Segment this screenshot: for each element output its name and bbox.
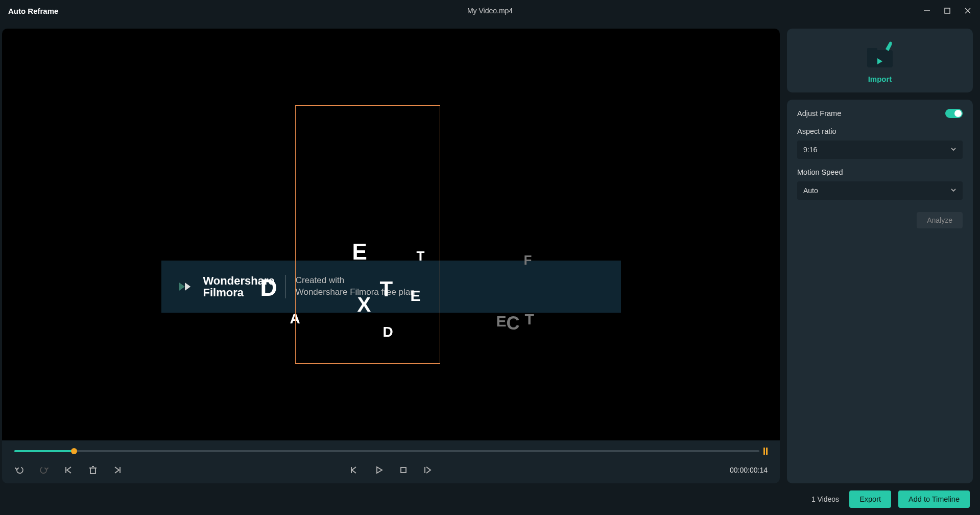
next-frame-button[interactable] bbox=[423, 465, 433, 475]
floating-letter: C bbox=[507, 313, 520, 334]
motion-speed-group: Motion Speed Auto bbox=[797, 168, 963, 200]
svg-rect-7 bbox=[90, 468, 95, 474]
timeline-row bbox=[2, 440, 780, 455]
prev-frame-button[interactable] bbox=[349, 465, 360, 475]
window-controls bbox=[923, 7, 972, 15]
aspect-ratio-label: Aspect ratio bbox=[797, 127, 963, 135]
app-title: Auto Reframe bbox=[8, 7, 58, 15]
chevron-down-icon bbox=[950, 186, 957, 195]
adjust-frame-label: Adjust Frame bbox=[797, 109, 841, 118]
edit-controls bbox=[14, 465, 123, 475]
import-button[interactable]: Import bbox=[787, 29, 973, 92]
preview-panel: Wondershare Filmora Created with Wonders… bbox=[2, 29, 780, 483]
minimize-button[interactable] bbox=[923, 7, 931, 15]
filmora-logo-icon bbox=[177, 278, 193, 295]
reframe-crop-box[interactable] bbox=[295, 105, 440, 364]
aspect-ratio-value: 9:16 bbox=[803, 146, 817, 154]
chevron-down-icon bbox=[950, 145, 957, 154]
timeline-progress bbox=[14, 450, 74, 452]
analyze-row: Analyze bbox=[797, 212, 963, 228]
close-button[interactable] bbox=[964, 7, 972, 15]
adjust-frame-toggle[interactable] bbox=[945, 109, 963, 118]
stop-button[interactable] bbox=[398, 465, 409, 475]
aspect-ratio-select[interactable]: 9:16 bbox=[797, 141, 963, 159]
video-count-label: 1 Videos bbox=[811, 495, 839, 503]
motion-speed-label: Motion Speed bbox=[797, 168, 963, 176]
analyze-button[interactable]: Analyze bbox=[917, 212, 963, 228]
timeline-playhead[interactable] bbox=[71, 448, 77, 454]
motion-speed-value: Auto bbox=[803, 186, 818, 195]
settings-card: Adjust Frame Aspect ratio 9:16 Motion Sp… bbox=[787, 100, 973, 483]
svg-marker-12 bbox=[377, 467, 382, 473]
timeline-end-marker bbox=[763, 448, 768, 455]
controls-row: 00:00:00:14 bbox=[2, 455, 780, 475]
svg-rect-1 bbox=[945, 8, 950, 13]
skip-end-button[interactable] bbox=[112, 465, 123, 475]
video-frame: Wondershare Filmora Created with Wonders… bbox=[161, 105, 621, 364]
timeline-track[interactable] bbox=[14, 450, 759, 452]
export-button[interactable]: Export bbox=[849, 490, 891, 508]
skip-start-button[interactable] bbox=[63, 465, 74, 475]
svg-rect-13 bbox=[401, 467, 406, 473]
content-area: Wondershare Filmora Created with Wonders… bbox=[0, 21, 980, 483]
watermark-brand-line2: Filmora bbox=[203, 286, 244, 299]
adjust-frame-row: Adjust Frame bbox=[797, 109, 963, 118]
floating-letter: F bbox=[524, 252, 532, 268]
floating-letter: T bbox=[525, 311, 534, 328]
svg-marker-4 bbox=[179, 283, 184, 291]
motion-speed-select[interactable]: Auto bbox=[797, 181, 963, 200]
side-panel: Import Adjust Frame Aspect ratio 9:16 Mo… bbox=[787, 29, 973, 483]
maximize-button[interactable] bbox=[943, 7, 951, 15]
play-button[interactable] bbox=[374, 465, 384, 475]
playback-controls bbox=[349, 465, 433, 475]
svg-rect-16 bbox=[867, 48, 877, 52]
floating-letter: E bbox=[496, 313, 507, 330]
footer: 1 Videos Export Add to Timeline bbox=[0, 483, 980, 515]
import-label: Import bbox=[868, 75, 892, 83]
floating-letter: D bbox=[260, 274, 277, 301]
delete-button[interactable] bbox=[88, 465, 98, 475]
video-preview[interactable]: Wondershare Filmora Created with Wonders… bbox=[2, 29, 780, 440]
aspect-ratio-group: Aspect ratio 9:16 bbox=[797, 127, 963, 159]
import-icon bbox=[862, 40, 898, 71]
timecode-display: 00:00:00:14 bbox=[730, 466, 768, 474]
redo-button[interactable] bbox=[39, 465, 49, 475]
undo-button[interactable] bbox=[14, 465, 25, 475]
svg-marker-5 bbox=[185, 283, 190, 291]
filename-label: My Video.mp4 bbox=[467, 7, 513, 15]
titlebar: Auto Reframe My Video.mp4 bbox=[0, 0, 980, 21]
add-to-timeline-button[interactable]: Add to Timeline bbox=[898, 490, 970, 508]
svg-rect-15 bbox=[867, 50, 893, 67]
